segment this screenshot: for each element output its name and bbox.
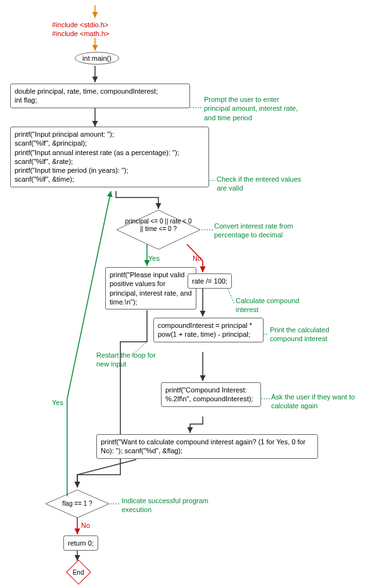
comment-restart: Restart the loop for new input bbox=[96, 351, 166, 369]
ask-node: printf("Want to calculate compound inter… bbox=[96, 434, 318, 459]
comment-indicate: Indicate successful program execution bbox=[122, 496, 210, 515]
comment-calc: Calculate compound interest bbox=[236, 296, 312, 315]
label-yes-loop: Yes bbox=[52, 399, 63, 406]
comment-convert: Convert interest rate from percentage to… bbox=[214, 222, 316, 240]
decl-node: double principal, rate, time, compoundIn… bbox=[10, 84, 190, 108]
calc-node: compoundInterest = principal * pow(1 + r… bbox=[153, 318, 264, 342]
rateconv-node: rate /= 100; bbox=[188, 273, 232, 289]
include-directives: #include <stdio.h> #include <math.h> bbox=[52, 20, 110, 39]
label-yes-1: Yes bbox=[148, 254, 160, 262]
comment-prompt: Prompt the user to enter principal amoun… bbox=[204, 95, 304, 122]
comment-check: Check if the entered values are valid bbox=[217, 175, 305, 193]
input-node: printf("Input principal amount: "); scan… bbox=[10, 127, 209, 187]
comment-print: Print the calculated compound interest bbox=[270, 325, 354, 344]
validmsg-node: printf("Please input valid positive valu… bbox=[105, 267, 196, 310]
main-func-oval: int main() bbox=[75, 52, 119, 65]
label-no-1: No bbox=[193, 254, 201, 262]
print-node: printf("Compound Interest: %.2lf\n", com… bbox=[161, 382, 261, 407]
comment-ask: Ask the user if they want to calculate a… bbox=[271, 392, 364, 411]
return-node: return 0; bbox=[63, 535, 98, 551]
label-no-2: No bbox=[81, 522, 90, 529]
decision-validate: principal <= 0 || rate < 0 || time <= 0 … bbox=[124, 218, 193, 233]
decision-flag: flag == 1 ? bbox=[57, 500, 98, 507]
